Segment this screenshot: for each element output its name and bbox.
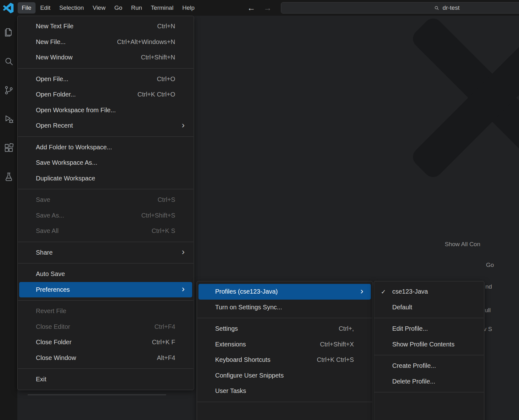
menu-item-delete-profile[interactable]: Delete Profile...	[376, 374, 483, 390]
back-button[interactable]: ←	[247, 3, 255, 13]
watermark-fragment: ull	[485, 307, 491, 314]
menu-item-label: Close Folder	[36, 339, 71, 346]
menubar: FileEditSelectionViewGoRunTerminalHelp	[18, 0, 199, 16]
menu-item-exit[interactable]: Exit	[19, 372, 192, 387]
command-center-search[interactable]: dr-test	[281, 2, 519, 14]
run-debug-icon[interactable]	[3, 114, 14, 124]
menu-item-default[interactable]: Default	[376, 300, 483, 315]
menubar-item-help[interactable]: Help	[178, 2, 198, 14]
menu-item-label: Profiles (cse123-Java)	[215, 288, 278, 295]
menu-item-shortcut: Ctrl+K Ctrl+S	[317, 356, 354, 363]
menu-item-label: Open Recent	[36, 122, 73, 129]
menubar-item-view[interactable]: View	[89, 2, 110, 14]
menu-item-label: Keyboard Shortcuts	[215, 356, 271, 363]
menu-item-label: Close Window	[36, 354, 76, 362]
search-icon[interactable]	[3, 56, 14, 67]
menu-item-user-tasks[interactable]: User Tasks	[198, 383, 371, 399]
menu-separator	[374, 318, 484, 318]
menu-separator	[374, 392, 484, 392]
menu-item-auto-save[interactable]: Auto Save	[19, 266, 192, 282]
menu-item-preferences[interactable]: Preferences›	[19, 282, 192, 298]
menu-item-close-folder[interactable]: Close FolderCtrl+K F	[19, 334, 192, 350]
watermark-fragment: Go	[486, 262, 494, 268]
menu-item-edit-profile[interactable]: Edit Profile...	[376, 321, 483, 337]
menu-item-duplicate-workspace[interactable]: Duplicate Workspace	[19, 171, 192, 186]
profiles-submenu: ✓cse123-JavaDefaultEdit Profile...Show P…	[374, 281, 484, 420]
menu-item-profiles-cse123-java[interactable]: Profiles (cse123-Java)›	[198, 284, 371, 300]
testing-icon[interactable]	[3, 172, 14, 182]
menu-item-label: Revert File	[36, 307, 66, 315]
menu-item-label: User Tasks	[215, 387, 246, 395]
menu-item-new-file[interactable]: New File...Ctrl+Alt+Windows+N	[19, 34, 192, 50]
menu-item-close-window[interactable]: Close WindowAlt+F4	[19, 350, 192, 366]
checkmark-icon: ✓	[381, 288, 386, 295]
menu-item-show-profile-contents[interactable]: Show Profile Contents	[376, 337, 483, 352]
menu-separator	[18, 189, 193, 189]
menu-item-save: SaveCtrl+S	[19, 192, 192, 208]
menu-item-extensions[interactable]: ExtensionsCtrl+Shift+X	[198, 337, 371, 352]
menu-item-label: Settings	[215, 325, 238, 332]
menu-item-label: Delete Profile...	[392, 378, 435, 385]
menu-item-shortcut: Ctrl+K S	[152, 227, 175, 235]
menu-separator	[18, 300, 193, 301]
menu-item-label: Turn on Settings Sync...	[215, 304, 282, 311]
command-center-value: dr-test	[443, 4, 460, 11]
menu-item-shortcut: Ctrl+Shift+X	[320, 341, 354, 348]
menu-item-label: New Window	[36, 54, 73, 61]
menubar-item-go[interactable]: Go	[110, 2, 126, 14]
menu-item-shortcut: Ctrl+Alt+Windows+N	[117, 38, 175, 46]
menu-item-label: Open File...	[36, 75, 68, 83]
menu-item-open-file[interactable]: Open File...Ctrl+O	[19, 71, 192, 87]
menu-item-label: Show Profile Contents	[392, 341, 455, 348]
menu-item-label: Extensions	[215, 341, 246, 348]
menu-item-turn-on-settings-sync[interactable]: Turn on Settings Sync...	[198, 300, 371, 315]
watermark-fragment: nd	[485, 283, 492, 290]
menubar-item-edit[interactable]: Edit	[36, 2, 55, 14]
menu-item-add-folder-to-workspace[interactable]: Add Folder to Workspace...	[19, 140, 192, 155]
menu-item-label: Save As...	[36, 212, 64, 219]
menu-separator	[374, 355, 484, 355]
menu-item-cse123-java[interactable]: ✓cse123-Java	[376, 284, 483, 300]
menu-item-open-workspace-from-file[interactable]: Open Workspace from File...	[19, 102, 192, 118]
menu-item-shortcut: Ctrl+,	[339, 325, 354, 332]
chevron-right-icon: ›	[182, 121, 185, 130]
menu-item-new-text-file[interactable]: New Text FileCtrl+N	[19, 19, 192, 34]
menu-item-save-as: Save As...Ctrl+Shift+S	[19, 208, 192, 224]
menu-item-shortcut: Alt+F4	[157, 354, 175, 362]
menubar-item-run[interactable]: Run	[127, 2, 146, 14]
menu-item-label: New Text File	[36, 23, 74, 30]
menu-separator	[197, 402, 372, 402]
menu-separator	[18, 242, 193, 242]
menu-item-open-folder[interactable]: Open Folder...Ctrl+K Ctrl+O	[19, 87, 192, 102]
menu-item-keyboard-shortcuts[interactable]: Keyboard ShortcutsCtrl+K Ctrl+S	[198, 352, 371, 368]
source-control-icon[interactable]	[3, 85, 14, 96]
menu-item-share[interactable]: Share›	[19, 245, 192, 261]
menubar-item-terminal[interactable]: Terminal	[147, 2, 178, 14]
menu-item-label: New File...	[36, 38, 65, 46]
activity-bar	[0, 16, 17, 420]
menu-item-label: Configure User Snippets	[215, 372, 284, 379]
menu-item-shortcut: Ctrl+Shift+N	[141, 54, 175, 61]
menu-item-save-workspace-as[interactable]: Save Workspace As...	[19, 155, 192, 171]
menu-item-settings[interactable]: SettingsCtrl+,	[198, 321, 371, 337]
menu-item-label: Close Editor	[36, 323, 70, 330]
chevron-right-icon: ›	[182, 285, 185, 294]
menubar-item-file[interactable]: File	[18, 2, 36, 14]
explorer-icon[interactable]	[3, 27, 14, 38]
menu-item-label: Exit	[36, 376, 46, 383]
menu-item-shortcut: Ctrl+S	[158, 196, 175, 203]
chevron-right-icon: ›	[182, 248, 185, 257]
menu-item-revert-file: Revert File	[19, 303, 192, 319]
nav-arrows: ← →	[247, 0, 272, 16]
menu-item-new-window[interactable]: New WindowCtrl+Shift+N	[19, 50, 192, 65]
extensions-icon[interactable]	[3, 143, 14, 153]
menubar-item-selection[interactable]: Selection	[55, 2, 88, 14]
menu-item-configure-user-snippets[interactable]: Configure User Snippets	[198, 368, 371, 384]
menu-item-open-recent[interactable]: Open Recent›	[19, 118, 192, 134]
menu-item-label: Create Profile...	[392, 362, 436, 369]
watermark-fragment: Show All Con	[445, 241, 480, 248]
menu-separator	[197, 318, 372, 318]
menu-item-label: Open Folder...	[36, 91, 76, 98]
menu-item-shortcut: Ctrl+K F	[152, 339, 175, 346]
menu-item-create-profile[interactable]: Create Profile...	[376, 358, 483, 374]
